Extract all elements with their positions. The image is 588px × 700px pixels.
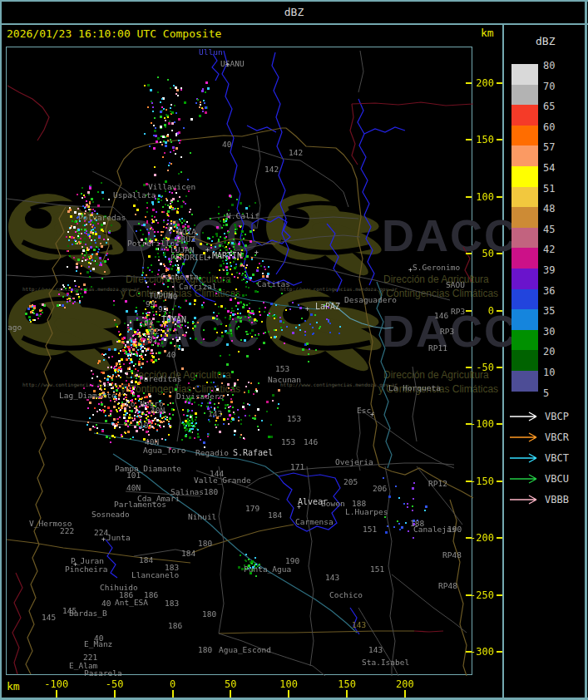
map-label: 95 <box>158 305 167 313</box>
station-marker: + <box>408 267 413 274</box>
map-label: 188 <box>352 500 366 507</box>
x-tick-label: -100 <box>40 679 73 689</box>
map-label: 142 <box>264 165 279 173</box>
map-label: 82 <box>148 336 157 343</box>
colorbar-swatch <box>511 64 538 85</box>
map-label: 183 <box>165 564 179 571</box>
map-label: 186 <box>168 622 182 629</box>
map-label: 143 <box>208 410 222 417</box>
colorbar-label: 54 <box>543 163 576 173</box>
map-label: Ant_ESA <box>115 599 148 606</box>
colorbar-label: 30 <box>543 327 576 337</box>
map-label: Llancanelo <box>131 571 179 579</box>
map-viewport: DACCDirección de Agriculturay Contingenc… <box>6 47 472 675</box>
map-label: Villavicen <box>148 183 195 190</box>
map-label: 180 <box>202 610 216 618</box>
x-tick-label: 200 <box>388 679 422 689</box>
map-label: Carrizal <box>179 283 217 290</box>
map-label: 180 <box>198 646 212 653</box>
x-tick-mark <box>230 690 231 698</box>
legend-arrow-icon <box>509 474 542 485</box>
station-marker: + <box>254 249 259 256</box>
map-label: 179 <box>245 505 259 512</box>
map-label: 180 <box>204 488 218 495</box>
colorbar-swatch <box>511 85 538 106</box>
map-label: MARTIN <box>212 252 242 259</box>
colorbar-swatch <box>511 309 538 330</box>
x-tick-mark <box>114 690 116 698</box>
x-tick-label: 150 <box>330 679 363 689</box>
map-label: Agua_Escond <box>219 646 271 653</box>
station-marker: + <box>305 306 309 313</box>
y-tick-mark-inner <box>466 253 472 254</box>
legend-arrow-icon <box>509 495 542 505</box>
titlebar-separator <box>0 23 588 25</box>
map-label: 153 <box>287 415 301 422</box>
map-label: 40 <box>222 140 231 148</box>
map-label: 146 <box>304 438 318 446</box>
map-label: Punta_Agua <box>244 565 291 573</box>
map-label: L.Huarpes <box>345 508 388 515</box>
map-label: 40N <box>151 407 165 414</box>
colorbar-swatch <box>511 248 538 269</box>
map-labels-layer: UllunUSANU40142142VillavicenUspallataPol… <box>7 47 473 676</box>
colorbar-label: 35 <box>543 306 576 316</box>
colorbar-label: 45 <box>543 224 576 234</box>
window-title: dBZ <box>0 6 588 18</box>
map-label: Bardas_B <box>69 609 107 617</box>
map-label: 40N <box>126 484 141 491</box>
map-label: 222 <box>60 527 74 535</box>
station-marker: + <box>101 536 106 543</box>
map-label: RP11 <box>428 344 447 352</box>
station-marker: + <box>73 561 77 568</box>
colorbar-label: 80 <box>543 61 576 71</box>
map-label: 206 <box>373 485 387 492</box>
y-tick-mark <box>497 651 502 653</box>
y-tick-mark <box>497 310 502 312</box>
x-tick-label: 50 <box>214 679 247 689</box>
colorbar-swatch <box>511 207 538 228</box>
map-label: 184 <box>139 556 153 564</box>
map-label: Polvaredas <box>78 214 126 221</box>
colorbar-swatch <box>511 105 538 126</box>
map-label: E_Manz <box>84 640 112 648</box>
map-label: 221 <box>83 653 97 661</box>
y-tick-mark <box>497 423 502 425</box>
map-label: 99 <box>146 300 155 308</box>
x-tick-label: -50 <box>98 679 131 689</box>
map-label: 146 <box>434 312 448 319</box>
map-label: 190 <box>285 557 299 564</box>
timestamp-text: 2026/01/23 16:10:00 UTC Composite <box>7 27 221 40</box>
y-tick-mark-inner <box>466 196 472 198</box>
colorbar-swatch <box>511 228 538 249</box>
colorbar-swatch <box>511 166 538 187</box>
map-label: Uspallata <box>113 191 156 199</box>
y-tick-mark <box>497 82 502 84</box>
y-tick-mark <box>497 481 502 482</box>
map-label: Pincheira <box>65 565 107 573</box>
x-tick-label: 0 <box>156 679 190 689</box>
y-tick-mark-inner <box>466 537 472 539</box>
map-label: Ullun <box>199 48 223 56</box>
map-label: SAOU <box>446 281 465 288</box>
map-label: Valle_Grande <box>194 476 251 484</box>
legend-arrow-icon <box>509 453 542 464</box>
map-label: ago <box>7 323 22 331</box>
colorbar-title: dBZ <box>536 35 555 47</box>
legend-label: VBCT <box>545 453 569 464</box>
map-label: 143 <box>352 621 366 629</box>
y-tick-mark <box>497 196 502 198</box>
y-tick-mark <box>497 139 502 140</box>
colorbar-swatch <box>511 269 538 289</box>
map-label: 184 <box>181 550 195 557</box>
map-label: TUYAN <box>161 316 186 323</box>
map-label: 40 <box>101 599 111 607</box>
y-tick-mark <box>497 537 502 539</box>
window-border-left <box>0 0 2 700</box>
y-tick-mark-inner <box>466 139 472 140</box>
map-label: 40N <box>145 438 159 446</box>
map-label: Catitas <box>257 280 290 288</box>
map-label: RP48 <box>442 551 462 559</box>
y-tick-mark <box>497 594 502 596</box>
map-label: 143 <box>368 646 383 653</box>
